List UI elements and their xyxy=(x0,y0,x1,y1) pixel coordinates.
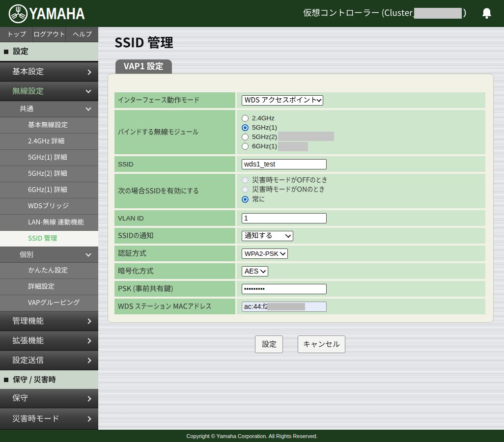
svg-text:YAMAHA: YAMAHA xyxy=(29,4,85,23)
